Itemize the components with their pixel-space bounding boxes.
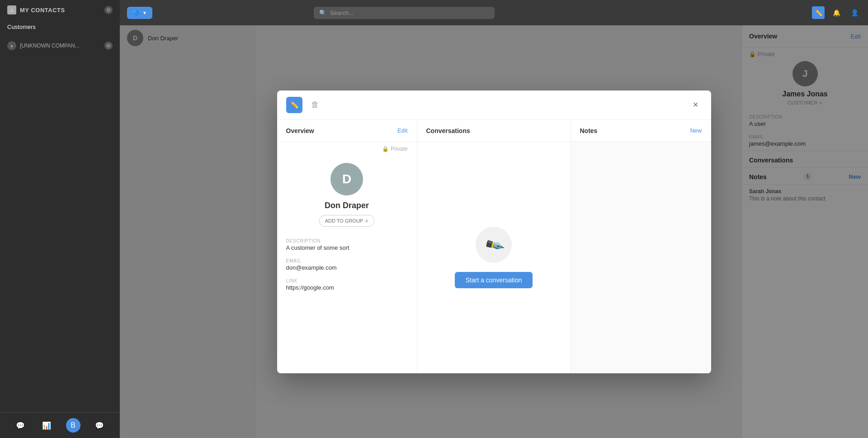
modal-delete-button[interactable]: 🗑 [307, 97, 323, 113]
modal-conversations-panel: Conversations ✒️ Start a conversation [417, 120, 571, 373]
modal-close-icon: × [693, 100, 698, 110]
modal-close-button[interactable]: × [689, 99, 702, 111]
pen-circle: ✒️ [476, 227, 512, 263]
search-icon: 🔍 [319, 10, 326, 16]
user-icon[interactable]: 👤 [848, 6, 861, 19]
modal-overview-title: Overview [286, 127, 314, 134]
sidebar-item-customers[interactable]: Customers [0, 20, 120, 34]
sidebar: ⌂ MY CONTACTS ⚙ Customers ● [UNKNOWN COM… [0, 0, 120, 438]
modal-top-bar: ✏️ 🗑 × [277, 90, 711, 120]
sidebar-title: MY CONTACTS [20, 7, 65, 14]
top-bar-icons: ✏️ 🔔 👤 [812, 6, 861, 19]
add-group-tag[interactable]: ADD TO GROUP + [319, 215, 375, 227]
company-icon: ● [7, 41, 16, 50]
company-settings-icon[interactable]: ⚙ [104, 42, 113, 50]
content-area: D Don Draper Overview Edit 🔒 Private J J… [120, 25, 868, 438]
modal-conv-header: Conversations [417, 120, 571, 142]
contacts-icon[interactable]: B [66, 418, 80, 433]
modal-notes-new-btn[interactable]: New [690, 127, 702, 134]
action-btn-icon: 🔷 [132, 10, 140, 16]
chart-icon[interactable]: 📊 [39, 418, 54, 433]
modal-edit-icon: ✏️ [290, 100, 299, 109]
modal-delete-icon: 🗑 [311, 100, 319, 110]
modal-contact-avatar: D [330, 163, 363, 195]
sidebar-bottom: 💬 📊 B 💬 [0, 412, 120, 438]
add-group-label: ADD TO GROUP [325, 218, 363, 224]
sidebar-section-company[interactable]: ● [UNKNOWN COMPAN... ⚙ [0, 38, 120, 54]
modal-link-value: https://google.com [277, 284, 417, 295]
messages-icon[interactable]: 💬 [92, 418, 107, 433]
modal-notes-title: Notes [580, 127, 598, 134]
search-bar[interactable]: 🔍 Search... [314, 7, 495, 19]
modal-body: Overview Edit 🔒 Private D Don Draper [277, 120, 711, 373]
modal-conv-body: ✒️ Start a conversation [417, 142, 571, 373]
plus-icon: + [365, 217, 368, 224]
modal-edit-button[interactable]: ✏️ [286, 97, 302, 113]
modal-contact-name: Don Draper [277, 201, 417, 210]
modal-email-value: don@example.com [277, 264, 417, 276]
modal: ✏️ 🗑 × Overview [277, 90, 711, 373]
notification-icon[interactable]: 🔔 [830, 6, 843, 19]
search-placeholder: Search... [330, 10, 354, 16]
modal-overview-private: 🔒 Private [277, 142, 417, 156]
modal-link-label: LINK [277, 276, 417, 284]
pen-icon: ✒️ [482, 234, 505, 256]
action-btn-arrow: ▼ [142, 10, 147, 15]
modal-notes-header: Notes New [571, 120, 711, 142]
chat-icon[interactable]: 💬 [13, 418, 28, 433]
top-bar: 🔷 ▼ 🔍 Search... ✏️ 🔔 👤 [120, 0, 868, 25]
main-content: 🔷 ▼ 🔍 Search... ✏️ 🔔 👤 D Don Draper [120, 0, 868, 438]
action-button[interactable]: 🔷 ▼ [127, 7, 152, 19]
lock-icon: 🔒 [382, 146, 389, 152]
modal-add-group-btn[interactable]: ADD TO GROUP + [277, 215, 417, 227]
modal-overview-panel: Overview Edit 🔒 Private D Don Draper [277, 120, 417, 373]
modal-email-label: EMAIL [277, 256, 417, 264]
sidebar-section-title: [UNKNOWN COMPAN... [20, 43, 80, 49]
modal-overview-edit-btn[interactable]: Edit [397, 127, 407, 134]
modal-conv-title: Conversations [426, 127, 470, 134]
modal-overlay: ✏️ 🗑 × Overview [120, 25, 868, 438]
modal-description-label: DESCRIPTION [277, 236, 417, 244]
start-conversation-button[interactable]: Start a conversation [455, 272, 533, 288]
modal-notes-panel: Notes New [571, 120, 711, 373]
settings-icon[interactable]: ⚙ [104, 6, 113, 14]
home-icon: ⌂ [7, 5, 16, 14]
modal-overview-header: Overview Edit [277, 120, 417, 142]
modal-description-value: A customer of some sort [277, 244, 417, 256]
compose-icon[interactable]: ✏️ [812, 6, 825, 19]
sidebar-header: ⌂ MY CONTACTS ⚙ [0, 0, 120, 20]
modal-notes-body [571, 142, 711, 373]
